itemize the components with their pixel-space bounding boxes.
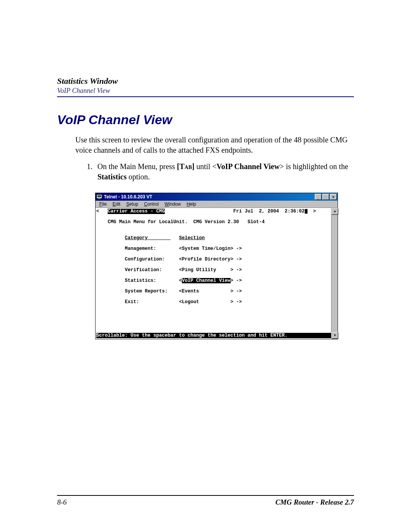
instruction-post2: option. <box>127 173 150 181</box>
scroll-up-button[interactable]: ▲ <box>331 208 338 215</box>
telnet-screenshot: Telnet - 10.10.6.203 VT _ □ × File Edit … <box>95 193 339 339</box>
term-col-headers: Category Selection <box>96 235 331 241</box>
term-subheader: CMG Main Menu for LocalUnit. CMG Version… <box>96 219 331 225</box>
term-row-management: Management: <System Time/Login> -> <box>96 246 331 251</box>
close-button[interactable]: × <box>330 194 337 200</box>
svg-rect-3 <box>98 199 101 199</box>
header-rule <box>57 96 354 97</box>
instruction-pre: On the Main Menu, press <box>97 162 177 171</box>
main-heading: VoIP Channel View <box>57 112 354 127</box>
instruction-key: [Tab] <box>177 162 194 171</box>
menu-setup[interactable]: Setup <box>124 201 140 207</box>
intro-paragraph: Use this screen to review the overall co… <box>75 135 354 155</box>
header-section-title: Statistics Window <box>57 76 354 86</box>
term-row-statistics: Statistics: <VoIP Channel View> -> <box>96 278 331 283</box>
instruction-item-1: 1. On the Main Menu, press [Tab] until <… <box>87 161 350 182</box>
header-subtitle: VoIP Channel View <box>57 87 354 95</box>
svg-rect-2 <box>99 198 100 199</box>
minimize-button[interactable]: _ <box>315 194 322 200</box>
maximize-button[interactable]: □ <box>322 194 329 200</box>
menu-help[interactable]: Help <box>185 201 199 207</box>
term-footer-hint: Scrollable: Use the spacebar to change t… <box>96 333 331 338</box>
menu-control[interactable]: Control <box>142 201 161 207</box>
instruction-mid: until < <box>194 162 217 171</box>
document-title: CMG Router - Release 2.7 <box>276 498 354 506</box>
instruction-text: On the Main Menu, press [Tab] until <VoI… <box>97 161 350 182</box>
titlebar[interactable]: Telnet - 10.10.6.203 VT _ □ × <box>96 193 338 201</box>
terminal[interactable]: < Carrier Access - CMG Fri Jul 2, 2004 2… <box>96 208 338 339</box>
window-title: Telnet - 10.10.6.203 VT <box>104 194 315 200</box>
instruction-stats: Statistics <box>97 173 127 181</box>
menubar: File Edit Setup Control Window Help <box>96 201 338 208</box>
footer-rule <box>57 495 354 496</box>
page-number: 8-6 <box>57 498 67 506</box>
menu-file[interactable]: File <box>97 201 109 207</box>
menu-edit[interactable]: Edit <box>110 201 123 207</box>
term-row-configuration: Configuration: <Profile Directory> -> <box>96 257 331 262</box>
instruction-highlight: VoIP Channel View <box>217 162 280 171</box>
cursor <box>305 209 307 214</box>
term-row-exit: Exit: <Logout > -> <box>96 299 331 305</box>
scrollbar[interactable]: ▲ ▼ <box>331 208 338 339</box>
term-row-verification: Verification: <Ping Utility > -> <box>96 267 331 273</box>
svg-rect-1 <box>97 195 101 197</box>
instruction-number: 1. <box>87 161 97 182</box>
telnet-icon <box>96 194 102 200</box>
scroll-down-button[interactable]: ▼ <box>331 332 338 339</box>
menu-window[interactable]: Window <box>162 201 183 207</box>
instruction-post1: > is highlighted on the <box>280 162 348 171</box>
term-row-system-reports: System Reports: <Events > -> <box>96 289 331 294</box>
term-top-row: < Carrier Access - CMG Fri Jul 2, 2004 2… <box>96 209 331 214</box>
